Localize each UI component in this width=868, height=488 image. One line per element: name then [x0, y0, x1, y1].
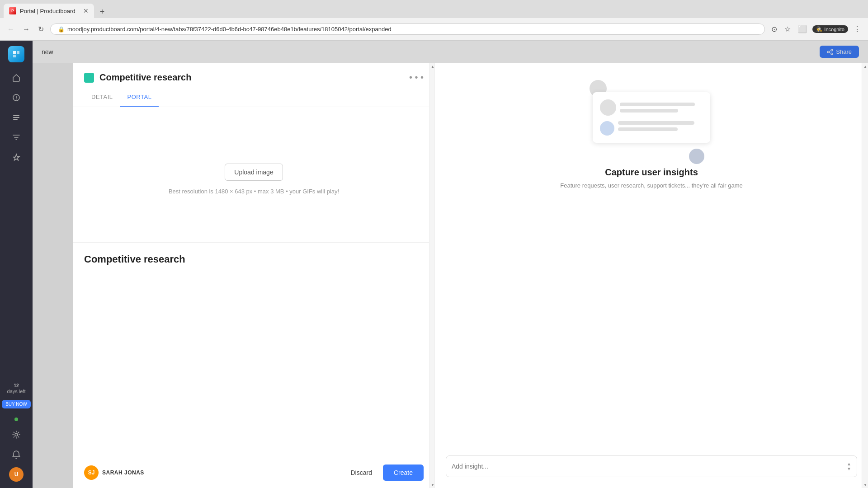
address-text: moodjoy.productboard.com/portal/4-new/ta… — [67, 26, 392, 33]
preview-outer — [584, 83, 719, 156]
feature-title-section: Competitive research — [73, 243, 434, 276]
sidebar-item-home[interactable] — [8, 70, 24, 86]
tab-favicon: P — [9, 7, 16, 14]
footer-actions: Discard Create — [345, 465, 424, 481]
preview-user-row-1 — [600, 99, 703, 116]
days-left-text: days left — [7, 389, 26, 394]
preview-line-4 — [618, 127, 678, 131]
back-btn[interactable]: ← — [5, 23, 16, 35]
logo-icon — [11, 49, 21, 59]
preview-text-block — [618, 121, 703, 131]
user-avatar-sidebar: U — [9, 467, 24, 482]
create-btn[interactable]: Create — [383, 465, 424, 481]
browser-address-bar: ← → ↻ 🔒 moodjoy.productboard.com/portal/… — [0, 18, 868, 40]
scroll-up-arrow[interactable]: ▲ — [429, 63, 436, 70]
browser-actions: ⊙ ☆ ⬜ 🕵 Incognito ⋮ — [769, 23, 863, 35]
upload-hint: Best resolution is 1480 × 643 px • max 3… — [169, 188, 339, 195]
browser-tabs: P Portal | Productboard ✕ + — [0, 0, 868, 18]
sidebar-item-list[interactable] — [8, 109, 24, 126]
tab-portal[interactable]: PORTAL — [120, 88, 159, 107]
modal-more-btn[interactable]: • • • — [409, 72, 424, 83]
cast-icon[interactable]: ⊙ — [769, 23, 779, 35]
address-bar[interactable]: 🔒 moodjoy.productboard.com/portal/4-new/… — [50, 23, 765, 35]
sidebar-item-settings[interactable] — [8, 427, 24, 443]
right-scroll-down[interactable]: ▼ — [862, 482, 868, 488]
svg-rect-3 — [13, 119, 18, 120]
user-initials: SJ — [88, 469, 95, 476]
user-avatar: SJ — [84, 465, 99, 480]
browser-tab-active[interactable]: P Portal | Productboard ✕ — [4, 4, 94, 18]
user-name: SARAH JONAS — [102, 469, 144, 476]
sidebar-item-insights[interactable] — [8, 89, 24, 106]
lock-icon: 🔒 — [58, 26, 65, 33]
preview-avatar-2 — [600, 121, 614, 136]
upload-section: Upload image Best resolution is 1480 × 6… — [73, 107, 434, 243]
tab-portal-label: PORTAL — [127, 94, 152, 100]
tab-detail-label: DETAIL — [91, 94, 113, 100]
add-insight-input[interactable] — [452, 463, 847, 470]
star-icon — [12, 153, 21, 162]
sidebar-item-bell[interactable] — [8, 446, 24, 463]
app-area: 12 days left BUY NOW U new — [0, 41, 868, 488]
preview-illustration — [446, 83, 857, 156]
feature-color-indicator — [84, 73, 94, 83]
preview-avatar-bottom — [688, 147, 706, 165]
bookmark-icon[interactable]: ☆ — [783, 23, 793, 35]
preview-line-3 — [618, 121, 694, 125]
tab-detail[interactable]: DETAIL — [84, 88, 120, 107]
tab-favicon-inner: P — [9, 7, 16, 14]
preview-line-1 — [620, 103, 695, 106]
sidebar-logo[interactable] — [8, 46, 24, 62]
feature-section-title: Competitive research — [84, 253, 424, 265]
modal-left-scrollbar: ▲ ▼ — [429, 63, 434, 488]
days-left-label: 12 — [7, 383, 26, 389]
sidebar-item-filters[interactable] — [8, 129, 24, 145]
reload-btn[interactable]: ↻ — [36, 23, 46, 35]
right-scroll-up[interactable]: ▲ — [862, 63, 868, 70]
list-icon — [12, 113, 21, 122]
preview-avatar-1 — [600, 99, 616, 116]
modal-feature-title: Competitive research — [99, 72, 191, 83]
modal-tabs: DETAIL PORTAL — [73, 88, 434, 107]
sidebar: 12 days left BUY NOW U — [0, 41, 33, 488]
svg-rect-2 — [13, 117, 19, 118]
settings-icon — [12, 430, 21, 439]
browser-chrome: P Portal | Productboard ✕ + ← → ↻ 🔒 mood… — [0, 0, 868, 41]
insight-arrow-down[interactable]: ▼ — [847, 466, 851, 471]
new-tab-btn[interactable]: + — [96, 5, 108, 18]
modal-left-content: Upload image Best resolution is 1480 × 6… — [73, 107, 434, 457]
preview-line-2 — [620, 109, 678, 113]
modal-left-panel: ▲ ▼ Competitive research • • • DETAIL — [73, 63, 435, 488]
incognito-label: Incognito — [824, 27, 844, 32]
add-insight-arrows: ▲ ▼ — [847, 461, 851, 471]
tab-title: Portal | Productboard — [20, 8, 75, 14]
tab-close-btn[interactable]: ✕ — [83, 7, 89, 14]
home-icon — [12, 73, 21, 82]
extensions-icon[interactable]: ⬜ — [796, 23, 809, 35]
incognito-badge: 🕵 Incognito — [812, 25, 848, 33]
filter-icon — [12, 133, 21, 142]
insights-title: Capture user insights — [446, 167, 857, 178]
modal-right-scrollbar: ▲ ▼ — [862, 63, 868, 488]
preview-lines-1 — [620, 103, 703, 113]
insights-subtitle: Feature requests, user research, support… — [446, 181, 857, 190]
menu-icon[interactable]: ⋮ — [852, 23, 863, 35]
upload-image-btn[interactable]: Upload image — [225, 164, 283, 181]
forward-btn[interactable]: → — [21, 23, 32, 35]
insight-arrow-up[interactable]: ▲ — [847, 461, 851, 466]
svg-point-4 — [15, 433, 18, 436]
sidebar-item-avatar[interactable]: U — [8, 466, 24, 483]
buy-now-btn[interactable]: BUY NOW — [2, 400, 31, 408]
preview-user-row-2 — [600, 121, 703, 136]
modal: ▲ ▼ Competitive research • • • DETAIL — [73, 63, 868, 488]
sidebar-dot — [14, 418, 18, 421]
modal-right-panel: ▲ ▼ — [435, 63, 868, 488]
modal-header: Competitive research • • • — [73, 63, 434, 83]
svg-rect-1 — [13, 115, 19, 116]
sidebar-item-star[interactable] — [8, 149, 24, 165]
add-insight-section[interactable]: ▲ ▼ — [446, 455, 857, 477]
preview-card — [593, 92, 710, 143]
discard-btn[interactable]: Discard — [345, 465, 377, 480]
insights-icon — [12, 93, 21, 102]
scroll-down-arrow[interactable]: ▼ — [429, 482, 436, 488]
